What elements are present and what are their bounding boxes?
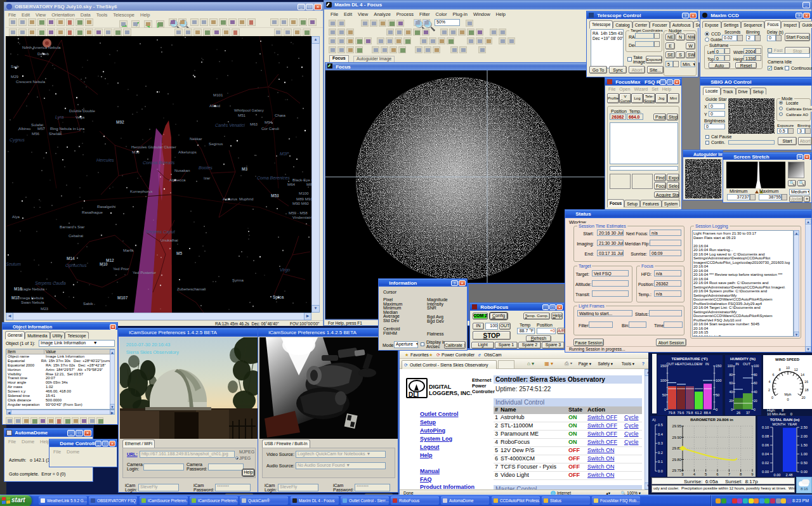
svg-text:18: 18: [805, 388, 809, 392]
svg-text:M90 M60: M90 M60: [292, 201, 309, 205]
svg-text:Lyra: Lyra: [55, 115, 64, 120]
svg-text:20: 20: [754, 399, 757, 403]
svg-text:Alkaid: Alkaid: [209, 103, 220, 108]
svg-text:Swan Nebula: Swan Nebula: [21, 300, 44, 304]
svg-text:80: 80: [754, 373, 757, 377]
svg-text:WIND SPEED: WIND SPEED: [775, 358, 800, 361]
svg-text:M57: M57: [37, 126, 46, 131]
svg-text:Corona Borealis: Corona Borealis: [143, 160, 175, 165]
svg-text:2.48: 2.48: [786, 473, 793, 477]
svg-text:M59 - M58: M59 - M58: [289, 211, 308, 215]
svg-text:Deneb: Deneb: [37, 51, 49, 56]
svg-text:Muphrid: Muphrid: [239, 197, 254, 201]
svg-text:Spica: Spica: [273, 295, 284, 300]
svg-text:IN OUT: IN OUT: [735, 362, 750, 366]
svg-text:Rasalgethi: Rasalgethi: [97, 204, 115, 209]
svg-text:Cygnus: Cygnus: [10, 138, 25, 143]
svg-text:Cor Caroli: Cor Caroli: [261, 126, 279, 131]
svg-text:Black-Eye Galaxy: Black-Eye Galaxy: [292, 178, 311, 182]
svg-text:A): A): [652, 418, 656, 422]
svg-text:0: 0: [754, 408, 756, 412]
svg-text:16: 16: [804, 380, 808, 384]
svg-text:M10: M10: [100, 262, 108, 266]
svg-text:29.80: 29.80: [672, 458, 681, 462]
svg-text:0.00: 0.00: [774, 473, 781, 477]
svg-text:M13: M13: [132, 150, 140, 154]
svg-text:Arcturus: Arcturus: [223, 197, 237, 201]
svg-text:Virgo: Virgo: [280, 268, 290, 273]
svg-text:0.2: 0.2: [658, 451, 663, 455]
svg-text:Serpens Caput: Serpens Caput: [145, 230, 176, 235]
svg-text:0.02: 0.02: [762, 461, 769, 465]
svg-text:Eagle Nebula: Eagle Nebula: [21, 287, 45, 291]
svg-text:Sierra Skies Observatory: Sierra Skies Observatory: [126, 349, 180, 355]
svg-text:8: 8: [779, 368, 781, 372]
svg-text:Mph: Mph: [785, 392, 792, 396]
svg-text:Vega: Vega: [75, 115, 85, 119]
svg-text:Izar: Izar: [204, 176, 210, 180]
svg-text:1.50: 1.50: [801, 443, 808, 447]
svg-text:29.95: 29.95: [672, 424, 681, 428]
svg-text:Chara: Chara: [275, 113, 285, 117]
svg-text:Syrma: Syrma: [232, 278, 244, 282]
svg-text:10 Min Avg: 0: 10 Min Avg: 0: [767, 412, 792, 415]
svg-text:0: 0: [716, 408, 717, 412]
svg-text:2: 2: [768, 388, 770, 392]
svg-text:Canes Venatici: Canes Venatici: [215, 123, 245, 127]
svg-text:Vindemiatrix: Vindemiatrix: [292, 215, 311, 219]
svg-text:TEMPERATURE (°F): TEMPERATURE (°F): [672, 357, 708, 361]
svg-text:Serpens Cauda: Serpens Cauda: [35, 281, 66, 286]
svg-text:40: 40: [754, 390, 757, 394]
svg-text:HUMIDITY (%): HUMIDITY (%): [730, 357, 756, 361]
svg-text:0.10: 0.10: [762, 425, 769, 429]
svg-text:26: 26: [737, 411, 740, 415]
svg-text:29.90: 29.90: [672, 436, 681, 439]
svg-text:0.50: 0.50: [801, 461, 808, 465]
svg-text:0.0: 0.0: [658, 469, 663, 473]
svg-text:Alya: Alya: [12, 214, 20, 219]
svg-text:Albireo: Albireo: [18, 126, 31, 131]
svg-text:0: 0: [771, 396, 773, 399]
svg-text:Ring Nebula in Lyra: Ring Nebula in Lyra: [50, 126, 85, 131]
svg-text:0.3: 0.3: [658, 441, 663, 445]
svg-text:Alkelurops: Alkelurops: [178, 150, 197, 154]
svg-text:50: 50: [716, 393, 719, 397]
svg-text:M100: M100: [299, 191, 309, 195]
svg-text:Kornephoros: Kornephoros: [130, 189, 152, 193]
svg-text:M5: M5: [176, 251, 182, 256]
svg-text:Bootes: Bootes: [199, 165, 213, 170]
svg-text:Nekkar: Nekkar: [190, 136, 202, 141]
svg-text:M56: M56: [32, 131, 40, 136]
svg-text:Cebalrai: Cebalrai: [69, 233, 83, 238]
svg-text:0.04: 0.04: [762, 452, 769, 456]
svg-text:150: 150: [716, 364, 721, 368]
svg-text:M85: M85: [306, 182, 311, 186]
svg-text:61.2: 61.2: [695, 411, 702, 415]
svg-text:Whirlpool Galaxy: Whirlpool Galaxy: [234, 108, 265, 112]
svg-text:Alphecca: Alphecca: [169, 178, 186, 182]
svg-text:Scutum: Scutum: [6, 262, 21, 266]
svg-text:M14: M14: [67, 256, 75, 261]
svg-text:0.06: 0.06: [762, 443, 769, 447]
svg-text:Rasalhague: Rasalhague: [82, 210, 103, 214]
svg-text:1.00: 1.00: [801, 452, 808, 456]
svg-text:Barnard's Star: Barnard's Star: [60, 224, 84, 229]
svg-text:Ophiuchus: Ophiuchus: [65, 263, 87, 268]
svg-text:100: 100: [728, 364, 733, 368]
svg-text:4: 4: [769, 380, 771, 384]
svg-text:Marfik: Marfik: [123, 248, 134, 252]
svg-text:0.00: 0.00: [762, 470, 769, 474]
svg-text:M3: M3: [242, 167, 247, 171]
svg-text:2.00: 2.00: [801, 434, 808, 438]
svg-text:0.4: 0.4: [658, 432, 663, 436]
svg-text:Sadr: Sadr: [11, 64, 19, 68]
svg-text:79.8: 79.8: [669, 411, 676, 415]
svg-text:0: 0: [664, 408, 666, 412]
svg-text:80: 80: [729, 373, 733, 377]
svg-text:100: 100: [660, 379, 666, 382]
svg-text:79.6: 79.6: [678, 411, 684, 415]
svg-text:Yed Prior: Yed Prior: [113, 266, 129, 271]
svg-text:37: 37: [746, 411, 750, 415]
svg-text:M53: M53: [271, 193, 279, 198]
svg-text:150: 150: [660, 364, 666, 368]
